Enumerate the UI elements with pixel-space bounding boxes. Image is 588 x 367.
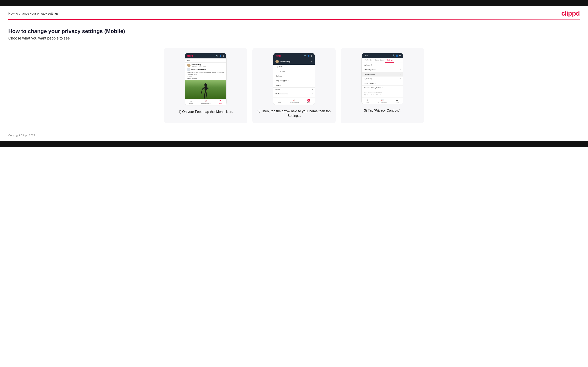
phone-1-navbar: clippd 🔍 👤 ⊕	[185, 53, 226, 58]
service-privacy-label: Service & Privacy Policy ↗	[364, 87, 383, 89]
expand-icon: ▲	[311, 61, 312, 63]
my-profile-label: My Profile	[276, 66, 283, 68]
copyright-text: Copyright Clippd 2022	[8, 134, 35, 137]
menu-item-my-profile[interactable]: My Profile	[273, 65, 315, 69]
settings-item-my-account[interactable]: My Account ›	[362, 63, 403, 67]
phone-2-navbar: clippd 🔍 👤 ⊕	[273, 53, 315, 58]
help-label-3: Help & Support ↗	[364, 82, 376, 84]
step-2-caption: 2) Then, tap the arrow next to your name…	[257, 109, 331, 118]
feed-item: Blair McHarg Yesterday · Sunningdale Les…	[185, 63, 226, 80]
header: How to change your privacy settings clip…	[0, 6, 588, 19]
menu-label-3: Menu	[395, 101, 398, 103]
logo: clippd	[561, 9, 580, 17]
feed-duration: 01 hr : 30 min	[187, 78, 224, 79]
settings-item-data-integrations[interactable]: Data Integrations ›	[362, 67, 403, 72]
help-ext-icon: ↗	[288, 80, 289, 81]
profile-icon: 👤	[219, 55, 222, 57]
close-icon: ✕	[307, 99, 310, 102]
settings-label: Settings	[276, 75, 282, 77]
phone-tab-menu: ☰ Menu	[219, 100, 222, 104]
connections-label: Connections	[276, 70, 285, 72]
home-icon-3: ⌂	[367, 99, 368, 101]
settings-icon-3: ⊕	[399, 54, 401, 57]
performance-section-label: My Performance	[276, 93, 288, 95]
svg-line-8	[201, 89, 202, 95]
settings-item-service-privacy[interactable]: Service & Privacy Policy ↗	[362, 86, 403, 90]
feed-image	[185, 80, 226, 99]
menu-icon: ☰	[219, 100, 221, 102]
step-2-phone: clippd 🔍 👤 ⊕ Blair McHarg ▲	[273, 53, 315, 105]
tab-settings[interactable]: Settings	[385, 58, 394, 63]
golf-bag-label: My Golf Bag	[364, 78, 372, 80]
phone-2-tab-menu: ✕ Menu	[307, 99, 310, 103]
menu-item-help[interactable]: Help & Support ↗	[273, 78, 315, 83]
home-icon-2: ⌂	[279, 99, 280, 101]
page-heading: How to change your privacy settings (Mob…	[8, 28, 580, 34]
profile-icon-2: 👤	[308, 55, 310, 57]
feed-user-row: Blair McHarg Yesterday · Sunningdale	[187, 64, 224, 67]
settings-item-help[interactable]: Help & Support ↗	[362, 81, 403, 86]
steps-container: clippd 🔍 👤 ⊕ Feed Blair McHarg	[8, 48, 580, 123]
phone-1-icons: 🔍 👤 ⊕	[216, 55, 224, 57]
golf-bag-chevron: ›	[400, 78, 401, 80]
menu-section-home[interactable]: Home ▾	[273, 88, 315, 92]
menu-label-2: Menu	[307, 102, 310, 103]
performance-label-3: My Performance	[378, 101, 387, 103]
feed-username: Blair McHarg	[191, 64, 206, 66]
version-line-1: Clippd Client Version: 2022.8.3-3	[364, 92, 401, 94]
step-3-card: ‹ Back 🔍 👤 ⊕ My Profile Connections Sett…	[341, 48, 424, 123]
performance-icon-2: 📈	[293, 99, 295, 101]
settings-icon-2: ⊕	[311, 55, 312, 57]
menu-icon-3: ☰	[396, 99, 398, 101]
menu-user-avatar	[276, 60, 279, 63]
phone-3-tab-home: ⌂ Home	[366, 99, 369, 103]
feed-lesson-title: Lesson with Fordy	[191, 68, 206, 70]
help-ext-icon-3: ↗	[375, 83, 376, 84]
home-label: Home	[189, 103, 193, 104]
feed-tab: Feed	[185, 58, 226, 63]
menu-username: Blair McHarg	[280, 61, 290, 63]
my-account-label: My Account	[364, 64, 372, 66]
phone-3-back-bar: ‹ Back 🔍 👤 ⊕	[362, 53, 403, 58]
menu-user-left: Blair McHarg	[276, 60, 290, 63]
feed-user-info: Blair McHarg Yesterday · Sunningdale	[191, 64, 206, 67]
phone-2-bottom-bar: ⌂ Home 📈 My Performance ✕ Menu	[273, 98, 315, 105]
search-icon-3: 🔍	[392, 54, 395, 57]
phone-3-tab-menu: ☰ Menu	[395, 99, 398, 103]
performance-label: My Performance	[201, 103, 210, 104]
tab-connections[interactable]: Connections	[373, 58, 385, 63]
menu-section-performance[interactable]: My Performance ▾	[273, 92, 315, 96]
privacy-controls-chevron: ›	[400, 73, 401, 75]
bottom-bar	[0, 141, 588, 147]
version-line-2: GQL Server Version: 2022.7.30-1	[364, 94, 401, 96]
home-icon: ⌂	[190, 100, 191, 102]
settings-version-info: Clippd Client Version: 2022.8.3-3 GQL Se…	[362, 90, 403, 98]
tab-my-profile[interactable]: My Profile	[363, 58, 373, 63]
main-content: How to change your privacy settings (Mob…	[0, 20, 588, 130]
search-icon-2: 🔍	[304, 55, 306, 57]
phone-1-logo: clippd	[187, 55, 193, 57]
menu-item-logout[interactable]: Logout	[273, 83, 315, 88]
feed-location: Yesterday · Sunningdale	[191, 66, 206, 67]
phone-2-tab-performance: 📈 My Performance	[289, 99, 299, 103]
step-1-card: clippd 🔍 👤 ⊕ Feed Blair McHarg	[164, 48, 247, 123]
home-chevron: ▾	[312, 89, 312, 91]
feed-avatar	[187, 64, 190, 67]
my-account-chevron: ›	[400, 64, 401, 66]
back-button[interactable]: ‹ Back	[364, 55, 368, 57]
settings-item-privacy-controls[interactable]: Privacy Controls ›	[362, 72, 403, 76]
service-privacy-ext-icon: ↗	[381, 87, 383, 89]
step-3-phone: ‹ Back 🔍 👤 ⊕ My Profile Connections Sett…	[362, 53, 403, 104]
settings-item-golf-bag[interactable]: My Golf Bag ›	[362, 76, 403, 81]
data-integrations-chevron: ›	[400, 69, 401, 70]
svg-line-7	[207, 95, 207, 99]
home-label-2: Home	[277, 102, 281, 103]
profile-icon-3: 👤	[396, 54, 398, 57]
performance-icon: 📈	[205, 100, 207, 102]
menu-item-connections[interactable]: Connections	[273, 69, 315, 74]
menu-item-settings[interactable]: Settings	[273, 74, 315, 78]
data-integrations-label: Data Integrations	[364, 69, 376, 70]
performance-icon-3: 📈	[381, 99, 383, 101]
menu-user-row: Blair McHarg ▲	[273, 58, 315, 65]
performance-label-2: My Performance	[289, 102, 299, 103]
